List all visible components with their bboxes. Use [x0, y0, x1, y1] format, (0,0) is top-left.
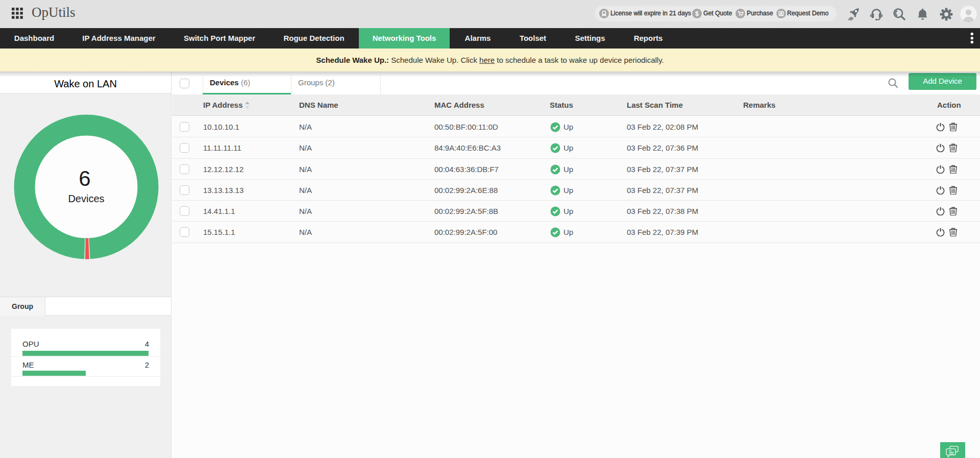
- svg-text:$: $: [695, 10, 699, 17]
